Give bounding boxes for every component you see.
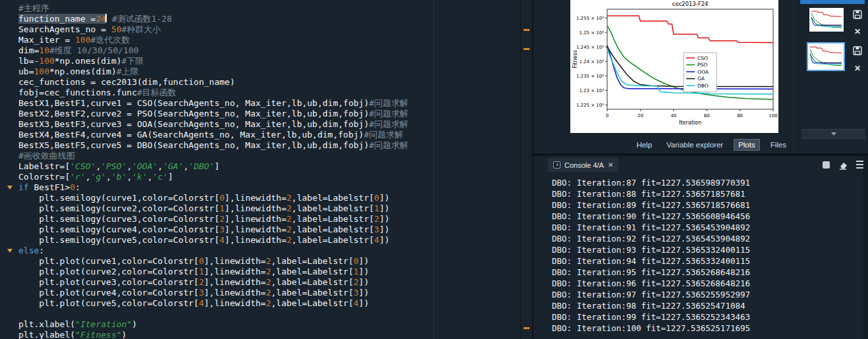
code-token: ): [122, 330, 127, 339]
code-token: *np.ones(dim): [49, 66, 117, 76]
clear-console-icon[interactable]: [838, 161, 848, 170]
code-token: ],linewidth=: [204, 267, 266, 276]
code-line[interactable]: fobj=cec_functions.func#目标函数: [18, 88, 408, 98]
code-token: 2: [266, 288, 271, 298]
code-line[interactable]: plt.plot(curve2,color=Colorstr[1],linewi…: [18, 267, 408, 277]
occurrence-marker[interactable]: [524, 29, 529, 31]
code-line[interactable]: plt.plot(curve1,color=Colorstr[0],linewi…: [18, 256, 408, 267]
code-token: plt.plot(curve1,color=Colorstr[: [18, 256, 199, 266]
code-token: 1: [354, 267, 359, 276]
code-token: 'GA': [163, 161, 183, 171]
console-tab[interactable]: Console 4/A ✕: [548, 158, 618, 172]
code-token: *np.ones(dim): [55, 56, 122, 66]
pane-tab-files[interactable]: Files: [767, 140, 790, 150]
svg-text:CSO: CSO: [697, 55, 708, 61]
code-token: 2: [286, 224, 292, 234]
code-line[interactable]: plt.ylabel("Fitness"): [18, 330, 408, 339]
code-token: ,label=Labelstr[: [292, 193, 374, 203]
code-token: ],linewidth=: [204, 277, 266, 287]
console-tabbar: Console 4/A ✕: [533, 156, 868, 173]
occurrence-marker[interactable]: [524, 327, 529, 329]
code-line[interactable]: BestX4,BestF4,curve4 = GA(SearchAgents_n…: [18, 130, 408, 140]
code-line[interactable]: plt.plot(curve5,color=Colorstr[4],linewi…: [18, 298, 408, 309]
code-token: Colorstr=[: [18, 172, 70, 182]
console-line: DBO: Iteration:97 fit=1227.5365255952997: [552, 289, 750, 300]
code-line[interactable]: else:: [18, 246, 408, 256]
console-scrollbar[interactable]: [863, 156, 868, 339]
code-token: 2: [286, 235, 292, 245]
code-line[interactable]: Colorstr=['r','g','b','k','c']: [18, 172, 408, 182]
console-pane[interactable]: Console 4/A ✕ DBO: Iteration:87 fit=1227…: [533, 156, 868, 339]
plot-thumbnail-1[interactable]: [809, 8, 844, 32]
svg-text:cec2013-F24: cec2013-F24: [672, 1, 709, 7]
code-token: plt.plot(curve3,color=Colorstr[: [18, 277, 199, 287]
code-line[interactable]: #主程序: [18, 3, 408, 14]
interrupt-kernel-icon[interactable]: [823, 161, 830, 169]
fold-arrow-icon[interactable]: [7, 249, 13, 253]
pane-tab-variable-explorer[interactable]: Variable explorer: [663, 140, 727, 150]
console-line: DBO: Iteration:100 fit=1227.536525171695: [552, 323, 750, 334]
code-line[interactable]: [18, 309, 408, 319]
code-line[interactable]: plt.semilogy(curve1,color=Colorstr[0],li…: [18, 193, 408, 203]
code-token: 0: [354, 256, 359, 266]
svg-text:1.245 × 10³: 1.245 × 10³: [576, 45, 604, 50]
save-plot-icon[interactable]: [853, 46, 862, 55]
code-line[interactable]: BestX2,BestF2,curve2 = PSO(SearchAgents_…: [18, 109, 408, 119]
code-line[interactable]: lb=-100*np.ones(dim)#下限: [18, 56, 408, 66]
code-line[interactable]: cec_functions = cec2013(dim,function_nam…: [18, 77, 408, 88]
code-line[interactable]: plt.semilogy(curve4,color=Colorstr[3],li…: [18, 224, 408, 235]
editor-scrollflag-column[interactable]: [520, 0, 532, 339]
code-token: #问题求解: [369, 140, 408, 150]
svg-text:Fitness: Fitness: [572, 50, 578, 68]
code-line[interactable]: BestX3,BestF3,curve3 = OOA(SearchAgents_…: [18, 119, 408, 130]
code-token: 'PSO': [101, 161, 126, 171]
code-line[interactable]: plt.semilogy(curve3,color=Colorstr[2],li…: [18, 214, 408, 224]
svg-text:100: 100: [769, 113, 777, 118]
code-line[interactable]: Max_iter = 100#迭代次数: [18, 35, 408, 45]
code-line[interactable]: if BestF1>0:: [18, 182, 408, 193]
plot-thumbnail-2-selected[interactable]: [807, 42, 845, 71]
code-line[interactable]: Labelstr=['CSO','PSO','OOA','GA','DBO']: [18, 161, 408, 172]
code-token: ]): [379, 224, 390, 234]
pane-tab-plots[interactable]: Plots: [734, 139, 760, 151]
code-token: ]): [359, 298, 369, 308]
thumbnail-toolbar-strip: [800, 0, 865, 4]
close-icon[interactable]: ✕: [608, 161, 613, 169]
code-token: ,label=Labelstr[: [292, 224, 374, 234]
code-line[interactable]: plt.plot(curve3,color=Colorstr[2],linewi…: [18, 277, 408, 288]
svg-text:40: 40: [670, 113, 676, 118]
code-line[interactable]: plt.plot(curve4,color=Colorstr[3],linewi…: [18, 288, 408, 298]
code-token: ],linewidth=: [225, 203, 286, 213]
code-line[interactable]: BestX1,BestF1,curve1 = CSO(SearchAgents_…: [18, 98, 408, 109]
code-line[interactable]: #画收敛曲线图: [18, 151, 408, 161]
close-plot-icon[interactable]: ✕: [854, 28, 861, 36]
console-line: DBO: Iteration:99 fit=1227.5365252343463: [552, 311, 750, 323]
code-line[interactable]: BestX5,BestF5,curve5 = DBO(SearchAgents_…: [18, 140, 408, 151]
code-line[interactable]: dim=10#维度 10/30/50/100: [18, 45, 408, 56]
code-token: 100: [34, 66, 49, 76]
console-line: DBO: Iteration:96 fit=1227.5365268648216: [552, 278, 750, 289]
code-token: plt.ylabel(: [18, 330, 75, 339]
code-token: plt.semilogy(curve3,color=Colorstr[: [18, 214, 219, 224]
code-token: plt.semilogy(curve2,color=Colorstr[: [18, 203, 219, 213]
close-plot-icon[interactable]: ✕: [854, 65, 861, 72]
code-line[interactable]: plt.semilogy(curve2,color=Colorstr[1],li…: [18, 203, 408, 214]
code-token: #迭代次数: [91, 35, 130, 45]
code-line[interactable]: plt.semilogy(curve5,color=Colorstr[4],li…: [18, 235, 408, 246]
console-line: DBO: Iteration:94 fit=1227.5365332400115: [552, 255, 750, 267]
code-line[interactable]: plt.xlabel("Iteration"): [18, 319, 408, 330]
code-lines[interactable]: #主程序function_name =24 #测试函数1-28SearchAge…: [18, 3, 408, 339]
fold-arrow-icon[interactable]: [7, 186, 13, 190]
code-editor-pane[interactable]: #主程序function_name =24 #测试函数1-28SearchAge…: [0, 0, 532, 339]
svg-text:1.24 × 10³: 1.24 × 10³: [579, 59, 604, 65]
code-line[interactable]: SearchAgents_no = 50#种群大小: [18, 24, 408, 35]
pane-tab-help[interactable]: Help: [632, 140, 656, 150]
console-output[interactable]: DBO: Iteration:87 fit=1227.5365989770391…: [552, 177, 750, 334]
thumbnail-scroll-down-button[interactable]: [802, 129, 865, 139]
code-token: 100: [39, 56, 54, 66]
code-line[interactable]: ub=100*np.ones(dim)#上限: [18, 66, 408, 77]
save-plot-icon[interactable]: [853, 10, 862, 19]
occurrence-marker[interactable]: [524, 48, 529, 50]
svg-text:GA: GA: [697, 76, 705, 82]
code-line[interactable]: function_name =24 #测试函数1-28: [18, 14, 408, 24]
